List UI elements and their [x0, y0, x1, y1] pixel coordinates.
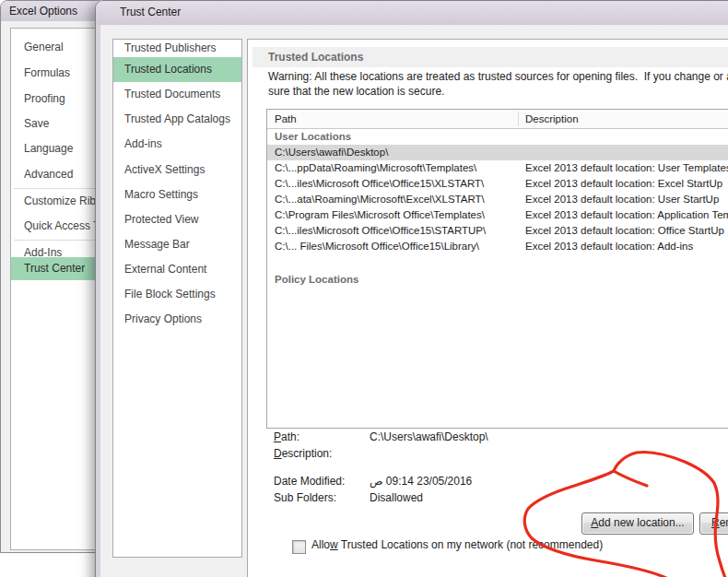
tc-item-external-content[interactable]: External Content [113, 257, 241, 281]
table-row[interactable]: C:\... Files\Microsoft Office\Office15\L… [267, 239, 728, 254]
excel-options-window: Excel Options General Formulas Proofing … [0, 0, 105, 553]
table-row[interactable]: C:\...iles\Microsoft Office\Office15\XLS… [267, 176, 728, 192]
sidebar-item-language[interactable]: Language [11, 139, 104, 158]
sidebar-separator [14, 240, 101, 241]
sidebar-item-quick-access-toolbar[interactable]: Quick Access Toolbar [11, 217, 104, 235]
sub-folders-value: Disallowed [370, 491, 423, 504]
sidebar-item-save[interactable]: Save [11, 114, 104, 133]
table-row[interactable]: C:\Program Files\Microsoft Office\Templa… [267, 207, 728, 223]
trusted-locations-panel: Trusted Locations Warning: All these loc… [247, 39, 728, 577]
tc-item-trusted-app-catalogs[interactable]: Trusted App Catalogs [113, 107, 241, 131]
section-header: Trusted Locations [252, 47, 728, 67]
sidebar-separator [14, 188, 101, 189]
tc-item-activex-settings[interactable]: ActiveX Settings [113, 158, 241, 182]
excel-options-title: Excel Options [9, 5, 77, 18]
tc-item-trusted-locations[interactable]: Trusted Locations [113, 57, 241, 82]
path-value: C:\Users\awafi\Desktop\ [370, 430, 488, 443]
tc-item-trusted-documents[interactable]: Trusted Documents [113, 82, 241, 106]
description-label: Description: [274, 447, 332, 460]
sub-folders-label: Sub Folders: [274, 491, 336, 504]
add-new-location-button[interactable]: Add new location... [581, 512, 694, 535]
screenshot-root: Excel Options General Formulas Proofing … [0, 0, 728, 577]
tc-item-message-bar[interactable]: Message Bar [113, 232, 241, 256]
allow-network-locations-checkbox[interactable] [292, 540, 306, 554]
sidebar-item-advanced[interactable]: Advanced [11, 165, 104, 183]
sidebar-item-trust-center[interactable]: Trust Center [11, 257, 104, 280]
column-header-path[interactable]: Path [275, 110, 297, 128]
path-label: Path: [274, 430, 299, 443]
tc-item-macro-settings[interactable]: Macro Settings [113, 183, 241, 206]
table-row[interactable]: C:\...iles\Microsoft Office\Office15\STA… [267, 223, 728, 239]
excel-options-sidebar: General Formulas Proofing Save Language … [10, 28, 105, 550]
date-modified-value: ص 09:14 23/05/2016 [370, 475, 472, 488]
date-modified-label: Date Modified: [274, 475, 345, 488]
table-group-user-locations: User Locations [267, 129, 728, 145]
table-group-policy-locations: Policy Locations [267, 272, 728, 288]
column-divider[interactable] [518, 112, 519, 126]
table-row[interactable]: C:\...ppData\Roaming\Microsoft\Templates… [267, 160, 728, 176]
table-header[interactable]: Path Description [267, 110, 728, 129]
sidebar-item-proofing[interactable]: Proofing [11, 89, 104, 108]
excel-options-titlebar: Excel Options [1, 1, 104, 21]
trusted-locations-table: Path Description User Locations C:\Users… [266, 109, 728, 429]
table-row[interactable]: C:\Users\awafi\Desktop\ [267, 145, 728, 160]
tc-item-protected-view[interactable]: Protected View [113, 207, 241, 231]
allow-network-locations-label[interactable]: Allow Trusted Locations on my network (n… [311, 538, 603, 551]
warning-text-line2: sure that the new location is secure. [268, 85, 444, 98]
tc-item-privacy-options[interactable]: Privacy Options [113, 307, 241, 331]
trust-center-titlebar[interactable]: Trust Center [96, 1, 728, 25]
remove-button[interactable]: Remove [699, 512, 728, 535]
trust-center-dialog: Trust Center Trusted Publishers Trusted … [95, 0, 728, 577]
warning-text-line1: Warning: All these locations are treated… [268, 70, 728, 83]
tc-item-add-ins[interactable]: Add-ins [113, 132, 241, 156]
trust-center-sidebar: Trusted Publishers Trusted Locations Tru… [112, 39, 242, 558]
tc-item-file-block-settings[interactable]: File Block Settings [113, 282, 241, 306]
trust-center-title: Trust Center [120, 6, 181, 18]
sidebar-item-customize-ribbon[interactable]: Customize Ribbon [11, 192, 104, 210]
sidebar-item-formulas[interactable]: Formulas [11, 64, 104, 82]
table-row[interactable]: C:\...ata\Roaming\Microsoft\Excel\XLSTAR… [267, 192, 728, 207]
sidebar-item-general[interactable]: General [11, 38, 104, 56]
column-header-description[interactable]: Description [525, 110, 579, 128]
